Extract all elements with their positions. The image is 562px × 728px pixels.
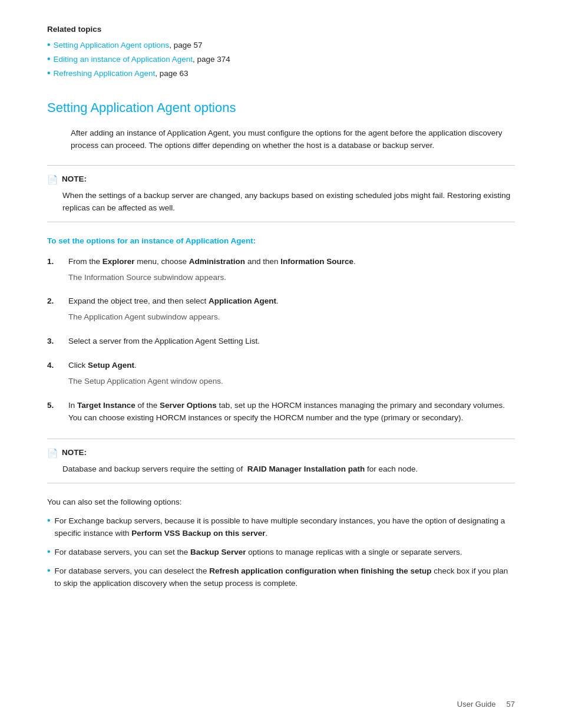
- note-content-1: When the settings of a backup server are…: [62, 190, 515, 215]
- related-topics-label: Related topics: [47, 24, 515, 36]
- step-num-5: 5.: [47, 400, 68, 412]
- step-body-2: Expand the object tree, and then select …: [68, 295, 515, 327]
- note-content-2: Database and backup servers require the …: [62, 463, 515, 476]
- bullet-icon: •: [47, 68, 51, 78]
- step-body-3: Select a server from the Application Age…: [68, 335, 515, 351]
- step-detail-2: The Application Agent subwindow appears.: [68, 311, 515, 324]
- note-label-text-2: NOTE:: [62, 447, 87, 459]
- bold-setup-agent: Setup Agent: [88, 361, 134, 370]
- step-2: 2. Expand the object tree, and then sele…: [47, 295, 515, 327]
- step-detail-4: The Setup Application Agent window opens…: [68, 375, 515, 388]
- step-num-2: 2.: [47, 295, 68, 308]
- bold-info-source: Information Source: [280, 257, 353, 266]
- bold-refresh-config: Refresh application configuration when f…: [209, 566, 431, 575]
- note-label-2: 📄 NOTE:: [47, 446, 515, 460]
- bullet-icon: •: [47, 40, 51, 50]
- bold-target-instance: Target Instance: [77, 401, 135, 410]
- link-editing-instance[interactable]: Editing an instance of Application Agent: [54, 55, 193, 64]
- step-body-5: In Target Instance of the Server Options…: [68, 400, 515, 428]
- footer-page-number: 57: [507, 699, 515, 710]
- step-main-2: Expand the object tree, and then select …: [68, 295, 515, 308]
- options-bullet-list: • For Exchange backup servers, because i…: [47, 515, 515, 590]
- related-link-3[interactable]: Refreshing Application Agent, page 63: [54, 68, 189, 80]
- step-main-1: From the Explorer menu, choose Administr…: [68, 256, 515, 268]
- step-main-3: Select a server from the Application Age…: [68, 335, 515, 348]
- step-main-5: In Target Instance of the Server Options…: [68, 400, 515, 424]
- note-icon-1: 📄: [47, 173, 58, 186]
- step-num-3: 3.: [47, 335, 68, 348]
- you-can-also-text: You can also set the following options:: [47, 496, 515, 509]
- note-box-1: 📄 NOTE: When the settings of a backup se…: [47, 165, 515, 222]
- step-main-4: Click Setup Agent.: [68, 360, 515, 372]
- note-box-2: 📄 NOTE: Database and backup servers requ…: [47, 439, 515, 483]
- step-detail-1: The Information Source subwindow appears…: [68, 272, 515, 284]
- bullet-text-1: For Exchange backup servers, because it …: [55, 515, 515, 540]
- step-body-4: Click Setup Agent. The Setup Application…: [68, 360, 515, 391]
- footer-label: User Guide: [457, 699, 496, 710]
- link-setting-agent-options[interactable]: Setting Application Agent options: [54, 41, 170, 50]
- list-item: • Editing an instance of Application Age…: [47, 54, 515, 66]
- bold-admin: Administration: [189, 257, 245, 266]
- note-label-text-1: NOTE:: [62, 173, 87, 186]
- step-1: 1. From the Explorer menu, choose Admini…: [47, 256, 515, 288]
- bullet-text-3: For database servers, you can deselect t…: [55, 565, 515, 590]
- related-link-1[interactable]: Setting Application Agent options, page …: [54, 39, 203, 52]
- bold-backup-server: Backup Server: [190, 548, 246, 556]
- steps-list: 1. From the Explorer menu, choose Admini…: [47, 256, 515, 428]
- bold-raid-manager: RAID Manager Installation path: [247, 465, 365, 473]
- page-ref-2: , page 374: [193, 55, 230, 64]
- section-intro: After adding an instance of Application …: [71, 127, 515, 152]
- bullet-item-1: • For Exchange backup servers, because i…: [47, 515, 515, 540]
- step-num-1: 1.: [47, 256, 68, 268]
- step-num-4: 4.: [47, 360, 68, 372]
- bold-vss: Perform VSS Backup on this server: [131, 529, 265, 538]
- related-topics-list: • Setting Application Agent options, pag…: [47, 39, 515, 80]
- list-item: • Refreshing Application Agent, page 63: [47, 68, 515, 80]
- section-heading: Setting Application Agent options: [47, 98, 515, 118]
- step-3: 3. Select a server from the Application …: [47, 335, 515, 351]
- list-item: • Setting Application Agent options, pag…: [47, 39, 515, 52]
- step-5: 5. In Target Instance of the Server Opti…: [47, 400, 515, 428]
- bullet-icon-3: •: [47, 566, 51, 575]
- related-topics-section: Related topics • Setting Application Age…: [47, 24, 515, 80]
- page-ref-3: , page 63: [155, 69, 188, 78]
- bullet-icon-2: •: [47, 547, 51, 556]
- step-body-1: From the Explorer menu, choose Administr…: [68, 256, 515, 288]
- bullet-text-2: For database servers, you can set the Ba…: [55, 546, 462, 559]
- note-icon-2: 📄: [47, 446, 58, 460]
- step-4: 4. Click Setup Agent. The Setup Applicat…: [47, 360, 515, 391]
- related-link-2[interactable]: Editing an instance of Application Agent…: [54, 54, 230, 66]
- bullet-icon-1: •: [47, 516, 51, 525]
- link-refreshing-agent[interactable]: Refreshing Application Agent: [54, 69, 156, 78]
- bold-app-agent: Application Agent: [209, 297, 276, 305]
- page-ref-1: , page 57: [169, 41, 202, 50]
- bold-explorer: Explorer: [103, 257, 135, 266]
- bold-server-options: Server Options: [160, 401, 217, 410]
- bullet-item-3: • For database servers, you can deselect…: [47, 565, 515, 590]
- bullet-item-2: • For database servers, you can set the …: [47, 546, 515, 559]
- note-label-1: 📄 NOTE:: [47, 173, 515, 186]
- page-footer: User Guide 57: [457, 699, 515, 710]
- subsection-heading: To set the options for an instance of Ap…: [47, 235, 515, 248]
- bullet-icon: •: [47, 54, 51, 64]
